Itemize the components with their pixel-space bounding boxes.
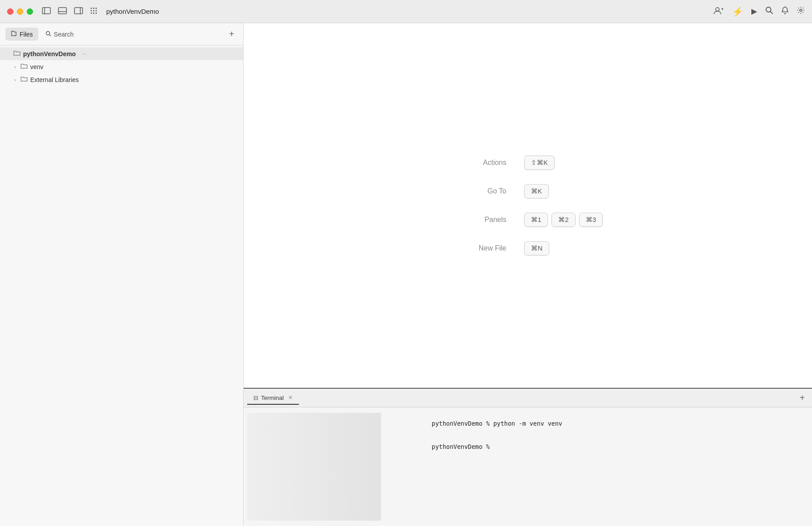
panels-keys: ⌘1 ⌘2 ⌘3 [524, 213, 603, 227]
venv-chevron-icon: › [14, 64, 16, 70]
gear-icon[interactable] [797, 6, 805, 16]
svg-point-13 [93, 12, 95, 14]
terminal-blur-area [247, 413, 381, 521]
svg-point-14 [95, 12, 97, 14]
svg-point-6 [91, 8, 92, 9]
search-icon[interactable] [765, 6, 773, 16]
terminal-line-2: pythonVenvDemo % [388, 436, 805, 457]
terminal-text: pythonVenvDemo % python -m venv venv pyt… [381, 413, 812, 521]
lightning-icon[interactable]: ⚡ [732, 6, 743, 17]
titlebar-left-icons [42, 7, 97, 16]
sidebar-tabs: Files Search + [0, 23, 243, 45]
panels-key-3[interactable]: ⌘3 [579, 213, 603, 227]
svg-point-11 [95, 10, 97, 11]
svg-point-21 [800, 9, 802, 12]
sidebar-item-project-root[interactable]: › pythonVenvDemo ··· [0, 47, 243, 60]
svg-rect-4 [75, 8, 83, 14]
svg-point-18 [766, 7, 771, 12]
editor-area: Actions ⇧⌘K Go To ⌘K Panels ⌘1 [244, 23, 812, 526]
ext-libs-folder-icon [21, 76, 28, 83]
terminal-line-1: pythonVenvDemo % python -m venv venv [388, 413, 805, 434]
search-tab-label: Search [54, 31, 74, 38]
external-libraries-label: External Libraries [30, 76, 79, 83]
maximize-button[interactable] [27, 8, 33, 15]
add-user-icon[interactable] [713, 7, 723, 16]
shortcut-row-goto: Go To ⌘K [453, 184, 549, 198]
shortcuts-grid: Actions ⇧⌘K Go To ⌘K Panels ⌘1 [453, 156, 603, 255]
main-layout: Files Search + › [0, 23, 812, 526]
terminal-add-button[interactable]: + [796, 391, 808, 405]
svg-point-7 [93, 8, 95, 9]
traffic-lights [7, 8, 33, 15]
titlebar: pythonVenvDemo ⚡ ▶ [0, 0, 812, 23]
project-root-label: pythonVenvDemo [23, 50, 76, 58]
actions-label: Actions [453, 159, 506, 167]
minimize-button[interactable] [17, 8, 23, 15]
project-dots: ··· [82, 50, 87, 57]
project-name: pythonVenvDemo [106, 8, 159, 15]
actions-key-1[interactable]: ⇧⌘K [524, 156, 555, 170]
bottom-panel-toggle-icon[interactable] [58, 7, 67, 16]
terminal-line-1-text: pythonVenvDemo % python -m venv venv [432, 420, 563, 427]
svg-line-19 [771, 12, 773, 14]
sidebar-item-external-libraries[interactable]: › External Libraries [0, 73, 243, 86]
svg-rect-2 [58, 8, 66, 14]
new-file-keys: ⌘N [524, 241, 549, 255]
svg-point-9 [91, 10, 92, 11]
new-file-label: New File [453, 244, 506, 252]
shortcut-row-actions: Actions ⇧⌘K [453, 156, 555, 170]
sidebar-add-button[interactable]: + [225, 27, 238, 41]
shortcut-row-panels: Panels ⌘1 ⌘2 ⌘3 [453, 213, 603, 227]
venv-label: venv [30, 63, 44, 70]
bell-icon[interactable] [781, 6, 789, 16]
svg-point-15 [716, 8, 719, 11]
terminal-line-2-text: pythonVenvDemo % [432, 443, 490, 450]
goto-keys: ⌘K [524, 184, 549, 198]
sidebar: Files Search + › [0, 23, 244, 526]
sidebar-item-venv[interactable]: › venv [0, 60, 243, 73]
shortcut-row-new-file: New File ⌘N [453, 241, 549, 255]
sidebar-content: › pythonVenvDemo ··· › venv [0, 45, 243, 526]
close-button[interactable] [7, 8, 13, 15]
sidebar-toggle-icon[interactable] [42, 7, 51, 16]
venv-folder-icon [21, 63, 28, 70]
actions-keys: ⇧⌘K [524, 156, 555, 170]
panels-label: Panels [453, 216, 506, 224]
svg-rect-0 [42, 8, 50, 14]
external-libs-chevron-icon: › [14, 77, 16, 82]
grid-icon[interactable] [90, 7, 97, 16]
sidebar-tab-files[interactable]: Files [5, 28, 38, 41]
folder-icon [13, 50, 21, 58]
terminal-icon: ⊟ [253, 394, 258, 401]
terminal-tab-close[interactable]: ✕ [288, 394, 293, 401]
search-tab-icon [46, 31, 51, 38]
panels-key-1[interactable]: ⌘1 [524, 213, 548, 227]
files-icon [11, 30, 17, 38]
titlebar-right-icons: ⚡ ▶ [732, 6, 805, 17]
goto-label: Go To [453, 187, 506, 195]
svg-line-23 [49, 34, 51, 36]
terminal-tab[interactable]: ⊟ Terminal ✕ [247, 392, 299, 405]
new-file-key-1[interactable]: ⌘N [524, 241, 549, 255]
svg-point-12 [91, 12, 92, 14]
bottom-tabs: ⊟ Terminal ✕ + [244, 389, 812, 407]
svg-point-10 [93, 10, 95, 11]
bottom-panel: ⊟ Terminal ✕ + pythonVenvDemo % python -… [244, 388, 812, 526]
right-panel-toggle-icon[interactable] [74, 7, 83, 16]
goto-key-1[interactable]: ⌘K [524, 184, 549, 198]
terminal-content[interactable]: pythonVenvDemo % python -m venv venv pyt… [244, 407, 812, 526]
shortcuts-panel: Actions ⇧⌘K Go To ⌘K Panels ⌘1 [244, 23, 812, 388]
files-tab-label: Files [20, 31, 33, 38]
svg-point-8 [95, 8, 97, 9]
panels-key-2[interactable]: ⌘2 [551, 213, 575, 227]
terminal-tab-label: Terminal [261, 394, 284, 401]
svg-point-22 [46, 31, 50, 35]
play-icon[interactable]: ▶ [751, 7, 757, 16]
sidebar-tab-search[interactable]: Search [40, 28, 79, 41]
